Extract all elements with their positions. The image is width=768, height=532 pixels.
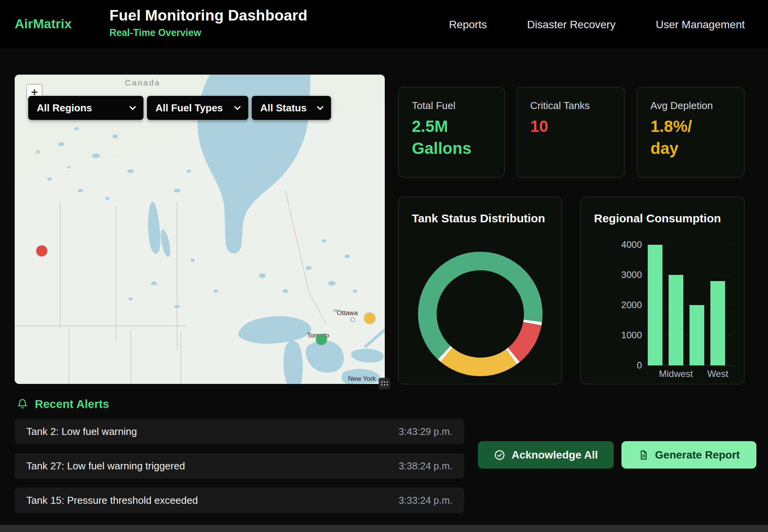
- generate-report-button[interactable]: Generate Report: [621, 441, 756, 469]
- stat-value: 1.8%/ day: [650, 116, 731, 159]
- nav-item-reports[interactable]: Reports: [449, 19, 487, 31]
- y-axis-tick-label: 3000: [611, 270, 642, 280]
- bell-icon: [17, 399, 28, 409]
- bottom-edge-strip: [0, 525, 768, 532]
- x-axis-tick-label: Midwest: [659, 368, 693, 379]
- tank-status-chart-card: Tank Status Distribution: [398, 197, 562, 384]
- bar-region-3: [710, 281, 725, 365]
- page-title: Fuel Monitoring Dashboard: [109, 7, 307, 24]
- acknowledge-all-label: Acknowledge All: [512, 449, 598, 461]
- alert-timestamp: 3:38:24 p.m.: [399, 460, 452, 472]
- stat-value: 2.5M Gallons: [412, 116, 491, 159]
- stat-label: Critical Tanks: [530, 100, 611, 112]
- page-title-block: Fuel Monitoring Dashboard Real-Time Over…: [109, 7, 307, 38]
- recent-alerts-title: Recent Alerts: [35, 397, 109, 411]
- fuel-monitoring-dashboard: AirMatrix Fuel Monitoring Dashboard Real…: [0, 0, 768, 532]
- check-circle-icon: [494, 449, 505, 461]
- stat-card-total-fuel: Total Fuel 2.5M Gallons: [398, 87, 505, 177]
- regional-consumption-chart-card: Regional Consumption 40003000200010000Mi…: [580, 197, 744, 384]
- alert-timestamp: 3:43:29 p.m.: [399, 426, 452, 437]
- chart-title: Tank Status Distribution: [412, 212, 545, 225]
- map-resize-handle[interactable]: [379, 378, 390, 389]
- y-axis-tick-label: 0: [611, 361, 642, 370]
- tank-map[interactable]: Canada Ottawa Toronto New York + All Reg…: [15, 75, 385, 384]
- map-marker-normal[interactable]: [316, 334, 327, 345]
- app-header: AirMatrix Fuel Monitoring Dashboard Real…: [0, 0, 768, 49]
- alert-list-item: Tank 15: Pressure threshold exceeded 3:3…: [15, 488, 464, 513]
- regional-consumption-bar-chart: 40003000200010000MidwestWest: [581, 197, 744, 384]
- x-axis-tick-label: West: [707, 368, 728, 379]
- generate-report-label: Generate Report: [655, 449, 740, 461]
- nav-item-disaster-recovery[interactable]: Disaster Recovery: [527, 19, 616, 31]
- main-nav: Reports Disaster Recovery User Managemen…: [449, 0, 745, 49]
- stat-label: Avg Depletion: [650, 100, 731, 112]
- stat-card-avg-depletion: Avg Depletion 1.8%/ day: [637, 87, 744, 177]
- alert-message: Tank 2: Low fuel warning: [26, 426, 137, 438]
- donut-hole: [437, 270, 524, 358]
- y-axis-tick-label: 2000: [611, 300, 642, 310]
- recent-alerts-heading: Recent Alerts: [17, 397, 109, 411]
- stat-value: 10: [530, 116, 611, 138]
- acknowledge-all-button[interactable]: Acknowledge All: [478, 441, 614, 469]
- y-gridline: [647, 365, 734, 366]
- stat-card-critical-tanks: Critical Tanks 10: [517, 87, 625, 177]
- y-axis-tick-label: 1000: [611, 331, 642, 340]
- document-icon: [638, 450, 649, 460]
- bar-region-0: [648, 245, 662, 365]
- alert-message: Tank 27: Low fuel warning triggered: [26, 460, 185, 472]
- map-marker-warning[interactable]: [364, 313, 375, 324]
- alert-list-item: Tank 27: Low fuel warning triggered 3:38…: [15, 453, 464, 479]
- grip-dots-icon: [381, 381, 389, 386]
- brand-logo: AirMatrix: [15, 16, 72, 31]
- nav-item-user-management[interactable]: User Management: [656, 19, 745, 31]
- alert-message: Tank 15: Pressure threshold exceeded: [26, 494, 198, 506]
- map-marker-critical[interactable]: [36, 246, 47, 256]
- bar-region-2: [689, 305, 704, 365]
- alert-list-item: Tank 2: Low fuel warning 3:43:29 p.m.: [15, 419, 464, 444]
- page-subtitle: Real-Time Overview: [109, 27, 307, 38]
- alert-timestamp: 3:33:24 p.m.: [399, 495, 452, 506]
- tank-status-donut-chart: [418, 252, 543, 376]
- y-axis-tick-label: 4000: [611, 240, 642, 249]
- map-markers: [15, 75, 385, 384]
- stat-label: Total Fuel: [412, 100, 491, 112]
- bar-region-1: [669, 275, 683, 365]
